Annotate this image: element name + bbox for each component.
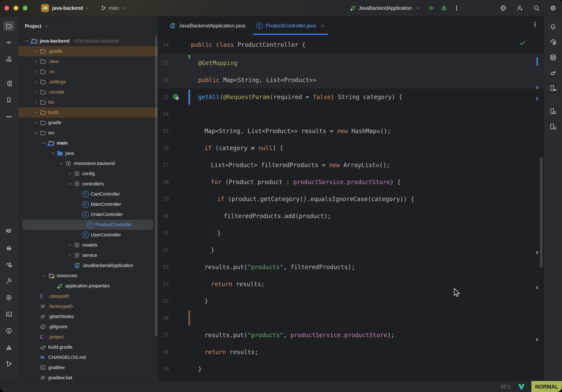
code-line-36[interactable]: 36 — [158, 309, 544, 327]
line-number[interactable]: 28 — [158, 179, 169, 185]
tree-item-ProductController[interactable]: CProductController — [23, 220, 153, 230]
close-window-button[interactable] — [4, 6, 9, 11]
error-stripe-mark[interactable] — [536, 97, 538, 100]
line-number[interactable]: 25 — [158, 128, 169, 134]
tree-item-main[interactable]: main — [18, 138, 158, 148]
search-icon[interactable] — [533, 5, 540, 12]
ai-spiral-icon[interactable] — [500, 5, 507, 12]
more-run-options-button[interactable] — [454, 5, 459, 11]
error-stripe-mark[interactable] — [536, 251, 538, 254]
commit-icon[interactable] — [3, 38, 14, 48]
chevron-right-icon[interactable] — [33, 80, 38, 84]
code-line-22[interactable]: 22public Map<String, List<Product>> — [158, 71, 544, 88]
code-line-34[interactable]: 34return results; — [158, 275, 544, 293]
code-line-25[interactable]: 25Map<String, List<Product>> results = n… — [158, 122, 544, 140]
branch-selector[interactable]: main — [109, 5, 119, 11]
profiler-icon[interactable] — [3, 260, 14, 269]
code-line-23[interactable]: 23getAll(@RequestParam(required = false)… — [158, 88, 544, 106]
tree-item-java[interactable]: java — [18, 148, 158, 158]
chevron-down-icon[interactable] — [41, 141, 47, 145]
code-line-33[interactable]: 33results.put("products", filteredProduc… — [158, 259, 544, 275]
git-icon[interactable] — [3, 359, 14, 369]
line-number[interactable]: 33 — [158, 264, 169, 270]
tree-item-service[interactable]: service — [18, 250, 158, 261]
chevron-down-icon[interactable] — [41, 273, 47, 278]
project-tree-scrollbar[interactable] — [155, 36, 157, 336]
caret-position[interactable]: 22:1 — [501, 384, 511, 390]
line-number[interactable]: 35 — [158, 298, 169, 304]
chevron-down-icon[interactable] — [59, 161, 64, 166]
code-line-31[interactable]: 31} — [158, 225, 544, 241]
code-line-39[interactable]: 39} — [158, 361, 544, 378]
project-panel-header[interactable]: Project — [18, 16, 158, 36]
tree-item-CartController[interactable]: CCartController — [18, 189, 158, 199]
chevron-right-icon[interactable] — [67, 172, 72, 176]
chevron-right-icon[interactable] — [67, 253, 72, 257]
line-number[interactable]: 29 — [158, 196, 169, 202]
tree-item-resources[interactable]: resources — [18, 271, 158, 281]
line-number[interactable]: 32 — [158, 247, 169, 253]
code-line-14[interactable]: 14public class ProductController { — [158, 35, 544, 54]
tree-item-build.gradle[interactable]: build.gradle — [18, 342, 158, 352]
device-manager-icon[interactable] — [548, 83, 559, 93]
vim-mode-badge[interactable]: NORMAL — [531, 381, 562, 392]
chevron-right-icon[interactable] — [33, 59, 38, 64]
structure-shapes-icon[interactable] — [3, 54, 14, 64]
hierarchy-icon[interactable] — [3, 79, 14, 88]
tree-item-gradlew.bat[interactable]: gradlew.bat — [18, 373, 158, 381]
run-configuration-selector[interactable]: JavaBackendApplication — [359, 5, 412, 11]
tree-item-gradle[interactable]: gradle — [18, 118, 158, 128]
tab-ProductController.java[interactable]: CProductController.java — [251, 16, 330, 35]
tree-item-application.properties[interactable]: application.properties — [18, 281, 158, 291]
line-number[interactable]: 38 — [158, 349, 169, 355]
tree-item-config[interactable]: config — [18, 168, 158, 179]
endpoint-globe-icon[interactable] — [169, 93, 183, 101]
tree-item-JavaBackendApplication[interactable]: JavaBackendApplication — [18, 261, 158, 271]
more-tool-windows-icon[interactable] — [3, 112, 14, 122]
project-folder-icon[interactable] — [3, 21, 14, 31]
build-hammer-icon[interactable] — [3, 276, 14, 286]
tree-item-.vscode[interactable]: .vscode — [18, 87, 158, 97]
chevron-right-icon[interactable] — [67, 243, 72, 247]
problems-icon[interactable] — [3, 326, 14, 336]
tree-item-UserController[interactable]: CUserController — [18, 230, 158, 240]
code-line-28[interactable]: 28for (Product product : productService.… — [158, 173, 544, 190]
tree-item-monostore.backend[interactable]: monostore.backend — [18, 158, 158, 168]
code-line-21[interactable]: 21@GetMapping — [158, 54, 544, 71]
tree-item-build[interactable]: build — [18, 107, 158, 118]
tree-item-gradlew[interactable]: gradlew — [18, 362, 158, 373]
line-number[interactable]: 21 — [158, 60, 169, 66]
tree-item-java-backend[interactable]: java-backend~/Github/java-backend — [18, 36, 158, 46]
line-number[interactable]: 30 — [158, 213, 169, 219]
line-number[interactable]: 39 — [158, 366, 169, 372]
line-number[interactable]: 37 — [158, 332, 169, 338]
tree-item-.gitattributes[interactable]: .gitattributes — [18, 311, 158, 322]
code-line-27[interactable]: 27List<Product> filteredProducts = new A… — [158, 156, 544, 173]
notifications-bell-icon[interactable] — [548, 22, 559, 32]
tree-item-MainController[interactable]: CMainController — [18, 199, 158, 209]
chevron-down-icon[interactable] — [24, 39, 30, 43]
chevron-down-icon[interactable] — [67, 181, 72, 186]
chevron-right-icon[interactable] — [33, 90, 38, 94]
tree-item-.idea[interactable]: .idea — [18, 56, 158, 67]
running-devices-icon[interactable] — [548, 106, 559, 116]
chevron-right-icon[interactable] — [33, 49, 38, 53]
code-line-24[interactable]: 24 — [158, 106, 544, 122]
gradle-icon[interactable] — [548, 68, 559, 78]
error-stripe-mark[interactable] — [536, 86, 538, 89]
tree-item-models[interactable]: models — [18, 240, 158, 250]
code-line-37[interactable]: 37results.put("products", productService… — [158, 327, 544, 344]
error-stripe-mark[interactable] — [536, 338, 538, 341]
bookmarks-icon[interactable] — [3, 95, 14, 105]
line-number[interactable]: 36 — [158, 315, 169, 321]
chevron-right-icon[interactable] — [33, 110, 38, 115]
notifications-warning-icon[interactable] — [3, 343, 14, 352]
tree-item-.project[interactable]: .project — [18, 332, 158, 342]
code-line-26[interactable]: 26if (category ≠ null) { — [158, 140, 544, 156]
code-line-38[interactable]: 38return results; — [158, 344, 544, 361]
line-number[interactable]: 24 — [158, 111, 169, 117]
chevron-right-icon[interactable] — [33, 70, 38, 74]
error-stripe-mark[interactable] — [536, 57, 538, 66]
chevron-down-icon[interactable] — [50, 151, 56, 156]
tree-item-bin[interactable]: bin — [18, 97, 158, 107]
